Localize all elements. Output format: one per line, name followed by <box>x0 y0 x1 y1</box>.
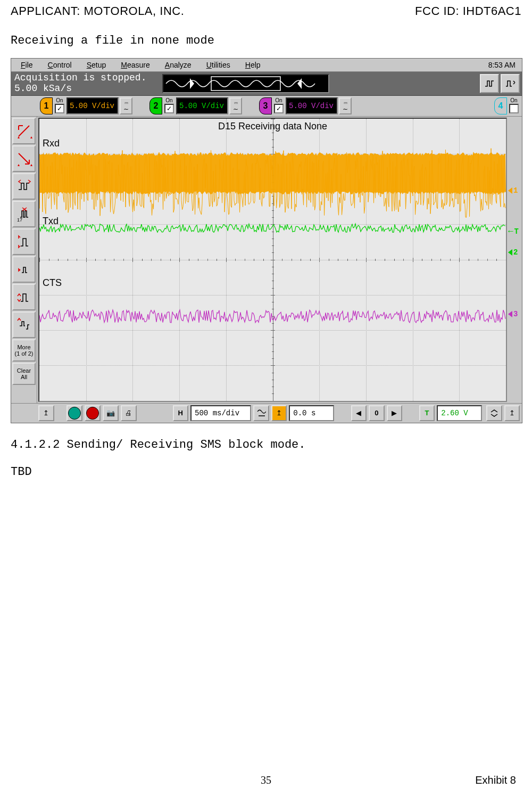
bottom-toolbar: ↥ 📷 🖨 H 500 ms/div ↥ 0.0 s ◀ 0 ▶ T 2.60 … <box>11 403 522 423</box>
chan-3-vdiv[interactable]: 5.00 V/div <box>286 97 338 114</box>
fcc-id-label: FCC ID: IHDT6AC1 <box>415 4 521 18</box>
marker-3: 3 <box>508 310 518 318</box>
menu-utilities[interactable]: Utilities <box>199 60 238 70</box>
tool-8[interactable] <box>12 311 36 338</box>
up-arrow-button-2[interactable]: ↥ <box>504 405 520 421</box>
delay-field[interactable]: 0.0 s <box>289 405 334 421</box>
chan-1-vdiv[interactable]: 5.00 V/div <box>66 97 119 114</box>
printer-icon[interactable]: 🖨 <box>121 405 137 421</box>
tool-4[interactable]: 17 <box>12 201 36 227</box>
svg-rect-0 <box>211 77 280 91</box>
chan-3-badge[interactable]: 3 <box>259 97 272 114</box>
acq-status-line1: Acquisition is stopped. <box>14 73 146 84</box>
memory-bar <box>162 74 329 93</box>
chan-1-badge[interactable]: 1 <box>40 97 53 114</box>
trigger-t-button[interactable]: T <box>419 405 435 421</box>
delay-ref-button[interactable]: ↥ <box>271 405 287 421</box>
menu-control[interactable]: Control <box>40 60 79 70</box>
channel-controls: 1 On✓ 5.00 V/div ⎓∼ 2 On✓ 5.00 V/div ⎓∼ … <box>11 96 522 117</box>
applicant-label: APPLICANT: MOTOROLA, INC. <box>11 4 184 18</box>
clear-all-button[interactable]: Clear All <box>12 363 36 385</box>
timebase-h-button[interactable]: H <box>173 405 189 421</box>
acquisition-status-bar: Acquisition is stopped. 5.00 kSa/s <box>11 72 522 96</box>
menubar: File Control Setup Measure Analyze Utili… <box>11 59 522 72</box>
signal-label-cts: CTS <box>43 277 62 289</box>
chan-2-vdiv[interactable]: 5.00 V/div <box>176 97 228 114</box>
scroll-right-button[interactable]: ▶ <box>387 405 403 421</box>
up-arrow-button[interactable]: ↥ <box>38 405 54 421</box>
wave-icon[interactable] <box>501 74 520 93</box>
marker-gutter: 1← T23 <box>507 117 522 403</box>
tbd-label: TBD <box>0 452 532 479</box>
tool-6[interactable] <box>12 256 36 283</box>
menu-file[interactable]: File <box>13 60 40 70</box>
pulse-icon[interactable] <box>480 74 499 93</box>
scroll-left-button[interactable]: ◀ <box>351 405 367 421</box>
marker-T: ← T <box>508 227 519 236</box>
chan-3-coupling[interactable]: ⎓∼ <box>339 97 352 114</box>
scroll-center-button[interactable]: 0 <box>369 405 385 421</box>
svg-text:17: 17 <box>17 217 22 223</box>
page-number: 35 <box>261 774 271 786</box>
oscilloscope-screenshot: File Control Setup Measure Analyze Utili… <box>11 58 522 423</box>
menu-analyze[interactable]: Analyze <box>157 60 199 70</box>
tool-1[interactable] <box>12 118 36 144</box>
signal-label-txd: Txd <box>43 216 59 227</box>
tool-7[interactable] <box>12 284 36 310</box>
spinner-button[interactable] <box>486 405 502 421</box>
coupling-button[interactable] <box>253 405 269 421</box>
chan-2-on[interactable]: On✓ <box>163 98 175 113</box>
more-button[interactable]: More (1 of 2) <box>12 339 36 362</box>
menu-measure[interactable]: Measure <box>113 60 157 70</box>
waveform-display[interactable]: D15 Receiving data None RxdTxdCTS <box>38 118 507 402</box>
marker-2: 2 <box>508 248 518 257</box>
svg-marker-2 <box>297 78 302 89</box>
tool-2[interactable] <box>12 145 36 172</box>
svg-marker-1 <box>190 78 194 89</box>
tool-3[interactable] <box>12 173 36 200</box>
chan-1-on[interactable]: On✓ <box>54 98 65 113</box>
trigger-level-field[interactable]: 2.60 V <box>437 405 482 421</box>
chan-4-badge[interactable]: 4 <box>494 97 507 114</box>
section-heading: 4.1.2.2 Sending/ Receiving SMS block mod… <box>0 423 532 452</box>
run-button[interactable] <box>66 405 82 421</box>
menu-help[interactable]: Help <box>238 60 268 70</box>
tool-5[interactable] <box>12 228 36 255</box>
exhibit-label: Exhibit 8 <box>475 774 516 786</box>
acq-status-line2: 5.00 kSa/s <box>14 84 146 94</box>
marker-1: 1 <box>508 186 518 195</box>
menu-setup[interactable]: Setup <box>79 60 114 70</box>
clock-label: 8:53 AM <box>484 60 520 70</box>
timebase-field[interactable]: 500 ms/div <box>190 405 251 421</box>
chan-2-coupling[interactable]: ⎓∼ <box>229 97 242 114</box>
left-toolbar: 17 More (1 of 2) Clear All <box>11 117 37 403</box>
figure-caption: Receiving a file in none mode <box>0 18 532 58</box>
chan-3-on[interactable]: On✓ <box>273 98 285 113</box>
camera-icon[interactable]: 📷 <box>103 405 119 421</box>
chan-2-badge[interactable]: 2 <box>149 97 162 114</box>
chan-1-coupling[interactable]: ⎓∼ <box>120 97 132 114</box>
chan-4-on[interactable]: On <box>508 98 520 113</box>
stop-button[interactable] <box>85 405 101 421</box>
signal-label-rxd: Rxd <box>43 138 60 149</box>
